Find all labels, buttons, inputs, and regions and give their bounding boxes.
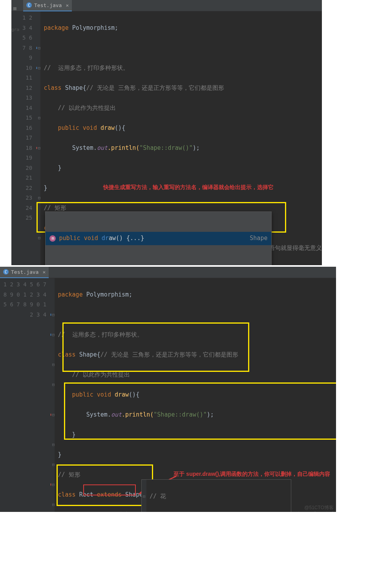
keyword: package (44, 24, 68, 31)
keyword: void (97, 391, 115, 398)
completion-popup[interactable]: m public void draw() {...} Shape Press E… (45, 211, 272, 265)
override-down-icon[interactable]: ⬇ (49, 330, 52, 340)
file-tab[interactable]: C Test.java × (0, 267, 49, 278)
comment: // 以此作为共性提出 (58, 104, 116, 111)
override-up-icon[interactable]: ⬆ (35, 143, 38, 153)
inset-code-text[interactable]: // 花 class Flower extends Shape{ @Overri… (146, 480, 291, 512)
keyword: class (58, 351, 79, 358)
comment: // 矩形 (58, 471, 80, 478)
string: "Shape::draw()" (139, 144, 192, 151)
sys: System. (72, 144, 97, 151)
method-name: draw (100, 124, 115, 131)
keyword: void (83, 124, 100, 131)
class-ref: Shape (125, 491, 143, 498)
inset-editor-panel: ⊟⊟ // 花 class Flower extends Shape{ @Ove… (141, 479, 291, 512)
comment: // 以此作为共性提出 (72, 371, 130, 378)
close-icon[interactable]: × (66, 2, 69, 8)
code-text-bottom[interactable]: package Polymorphism; // 运用多态，打印多种形状。 cl… (55, 278, 336, 512)
code-area-bottom: 1 2 3 4 5 6 7 8 9 0 1 2 3 4 5 6 7 8 9 0 … (0, 278, 336, 512)
method-name: draw (115, 391, 129, 398)
gutter-icons: ⬇ ⬇ ⬆ (35, 11, 38, 265)
keyword: package (58, 291, 82, 298)
tab-label: Test.java (34, 2, 62, 8)
fold-column[interactable]: ⊟⊟ ⊟⊟ ⊟⊟ (38, 11, 41, 265)
override-down-icon[interactable]: ⬇ (35, 63, 38, 73)
watermark: @51CTO博客 (304, 504, 334, 511)
annotation: @Override (72, 511, 104, 512)
keyword: class (44, 84, 65, 91)
field: out (97, 144, 108, 151)
override-down-icon[interactable]: ⬇ (49, 310, 52, 320)
keyword: public (72, 391, 97, 398)
method: .println( (108, 144, 139, 151)
close-icon[interactable]: × (42, 269, 46, 275)
fold-column[interactable]: ⊟⊟⊟ ⊟⊟⊟ ⊟⊟⊟ (52, 278, 55, 512)
pkg-name: Polymorphism (83, 291, 129, 298)
java-class-icon: C (3, 269, 9, 275)
editor-panel-bottom: C Test.java × 1 2 3 4 5 6 7 8 9 0 1 2 3 … (0, 267, 336, 512)
override-up-icon[interactable]: ⬆ (49, 480, 52, 490)
class-name: Rect (79, 491, 93, 498)
keyword: public (58, 124, 83, 131)
keyword: extends (97, 491, 122, 498)
method: .println( (122, 411, 153, 418)
pkg-name: Polymorphism (69, 24, 115, 31)
line-numbers: 1 2 3 4 5 6 7 8 9 0 1 2 3 4 5 6 7 8 9 0 … (0, 278, 49, 512)
menu-icon[interactable]: ≡ (13, 5, 20, 12)
string: "Shape::draw()" (153, 411, 206, 418)
line-numbers: 1 2 3 4 5 6 7 8 9 10 11 12 13 14 15 16 1… (20, 11, 35, 265)
java-class-icon: C (26, 2, 32, 8)
override-down-icon[interactable]: ⬇ (35, 43, 38, 53)
comment: // 花 (150, 493, 166, 500)
comment: // 矩形 (44, 204, 66, 211)
annotation-text: 至于 super.draw(),调用函数的方法，你可以删掉，自己编辑内容 (174, 469, 330, 479)
comment: // 无论是 三角形，还是正方形等等，它们都是图形 (100, 351, 238, 358)
editor-panel-top: ≡ C Test.java × gran 1 2 3 4 5 6 7 8 9 1… (11, 0, 322, 265)
file-tab[interactable]: C Test.java × (23, 0, 72, 11)
override-up-icon[interactable]: ⬆ (49, 410, 52, 420)
brace: { (97, 351, 100, 358)
comment: // 无论是 三角形，还是正方形等等，它们都是图形 (86, 84, 224, 91)
class-name: Shape (79, 351, 97, 358)
origin-class: Shape (250, 233, 267, 244)
sys: System. (86, 411, 111, 418)
tab-label: Test.java (11, 269, 38, 275)
code-area-top: gran 1 2 3 4 5 6 7 8 9 10 11 12 13 14 15… (11, 11, 322, 265)
fold-column[interactable]: ⊟⊟ (142, 480, 146, 512)
completion-hint: Press Enter to insert, Tab to replace Ne… (46, 265, 271, 266)
completion-signature: public void draw() {...} (59, 233, 144, 244)
code-text-top[interactable]: package Polymorphism; // 运用多态，打印多种形状。 cl… (40, 11, 322, 265)
class-name: Shape (65, 84, 83, 91)
comment: // 运用多态，打印多种形状。 (58, 331, 142, 338)
completion-item[interactable]: m public void draw() {...} Shape (46, 232, 271, 245)
gutter-icons: ⬇ ⬇ ⬆ ⬆ (49, 278, 52, 512)
brace: { (83, 84, 86, 91)
annotation-text: 快捷生成重写方法，输入重写的方法名，编译器就会给出提示，选择它 (103, 182, 274, 193)
method-icon: m (49, 235, 56, 242)
comment: // 运用多态，打印多种形状。 (44, 64, 128, 71)
tab-bar: C Test.java × (11, 0, 322, 11)
tab-bar: C Test.java × (0, 267, 336, 278)
gutter-extra: gran (11, 11, 20, 265)
field: out (111, 411, 122, 418)
